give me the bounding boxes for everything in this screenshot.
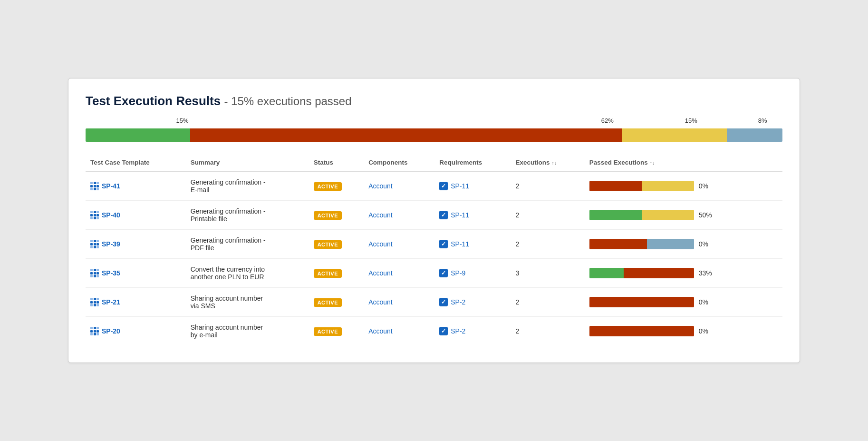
test-case-link[interactable]: SP-20 [90,327,181,335]
th-executions[interactable]: Executions ↑↓ [511,155,584,171]
cell-executions: 2 [511,171,584,201]
table-row: SP-40 Generating confirmation -Printable… [86,201,782,230]
cell-status: ACTIVE [309,171,364,201]
req-link[interactable]: SP-11 [451,182,469,190]
test-case-link[interactable]: SP-21 [90,298,181,306]
grid-cell [90,327,93,329]
grid-cell [90,330,93,333]
mini-bar-segment [589,239,647,249]
mini-bar-pct: 33% [699,269,716,277]
mini-bar-container: 0% [589,239,778,249]
cell-summary: Convert the currency intoanother one PLN… [186,259,309,288]
component-link[interactable]: Account [368,327,393,335]
component-link[interactable]: Account [368,211,393,219]
progress-bar [86,128,782,142]
req-link[interactable]: SP-11 [451,211,469,219]
grid-cell [94,185,96,187]
progress-green [86,128,190,142]
page-title: Test Execution Results - 15% executions … [86,94,782,108]
req-checkbox [439,269,448,277]
grid-cell [96,333,99,335]
cell-summary: Generating confirmation -E-mail [186,171,309,201]
req-checkbox [439,182,448,190]
mini-bar-pct: 0% [699,298,716,306]
progress-section: 15% 62% 15% 8% [86,117,782,142]
mini-bar-container: 33% [589,268,778,278]
grid-cell [94,182,96,184]
cell-summary: Generating confirmation -Printable file [186,201,309,230]
mini-bar-segment [589,297,694,307]
mini-bar-container: 50% [589,210,778,220]
grid-cell [94,217,96,219]
req-checkbox [439,211,448,219]
cell-executions: 3 [511,259,584,288]
th-summary: Summary [186,155,309,171]
req-link[interactable]: SP-2 [451,327,465,335]
grid-cell [90,301,93,304]
req-link[interactable]: SP-11 [451,240,469,248]
cell-summary: Generating confirmation -PDF file [186,230,309,259]
test-case-link[interactable]: SP-35 [90,269,181,277]
cell-requirement: SP-11 [434,201,511,230]
mini-bar-container: 0% [589,297,778,307]
grid-cell [90,214,93,216]
grid-cell [94,214,96,216]
progress-red [190,128,622,142]
test-case-id: SP-20 [102,327,120,335]
table-header-row: Test Case Template Summary Status Compon… [86,155,782,171]
component-link[interactable]: Account [368,182,393,190]
req-link[interactable]: SP-2 [451,298,465,306]
mini-bar-pct: 0% [699,327,716,335]
status-badge: ACTIVE [314,327,342,336]
cell-status: ACTIVE [309,230,364,259]
requirement-cell: SP-2 [439,298,506,306]
progress-label-blue: 8% [758,117,767,124]
grid-cell [96,304,99,306]
grid-cell [90,240,93,242]
cell-component: Account [364,288,434,317]
grid-icon [90,182,99,190]
requirement-cell: SP-11 [439,182,506,190]
status-badge: ACTIVE [314,182,342,191]
grid-cell [90,304,93,306]
cell-requirement: SP-11 [434,230,511,259]
cell-component: Account [364,171,434,201]
req-link[interactable]: SP-9 [451,269,465,277]
cell-summary: Sharing account numbervia SMS [186,288,309,317]
req-checkbox [439,240,448,248]
table-row: SP-20 Sharing account numberby e-mailACT… [86,317,782,346]
grid-cell [94,330,96,333]
component-link[interactable]: Account [368,298,393,306]
grid-cell [96,240,99,242]
mini-bar [589,210,694,220]
grid-cell [94,240,96,242]
test-case-link[interactable]: SP-39 [90,240,181,248]
requirement-cell: SP-2 [439,327,506,335]
test-case-link[interactable]: SP-41 [90,182,181,190]
grid-cell [94,298,96,300]
cell-executions: 2 [511,201,584,230]
requirement-cell: SP-11 [439,240,506,248]
grid-cell [94,272,96,274]
requirement-cell: SP-9 [439,269,506,277]
req-checkbox [439,298,448,306]
component-link[interactable]: Account [368,269,393,277]
grid-icon [90,211,99,219]
grid-cell [96,217,99,219]
cell-passed: 0% [585,171,782,201]
grid-cell [96,188,99,190]
status-badge: ACTIVE [314,211,342,220]
cell-template: SP-40 [86,201,186,230]
grid-cell [94,243,96,245]
test-case-id: SP-21 [102,298,120,306]
test-case-link[interactable]: SP-40 [90,211,181,219]
requirement-cell: SP-11 [439,211,506,219]
th-passed[interactable]: Passed Executions ↑↓ [585,155,782,171]
mini-bar-segment [589,268,624,278]
th-template: Test Case Template [86,155,186,171]
status-badge: ACTIVE [314,269,342,278]
cell-template: SP-20 [86,317,186,346]
grid-cell [90,275,93,277]
component-link[interactable]: Account [368,240,393,248]
cell-status: ACTIVE [309,317,364,346]
